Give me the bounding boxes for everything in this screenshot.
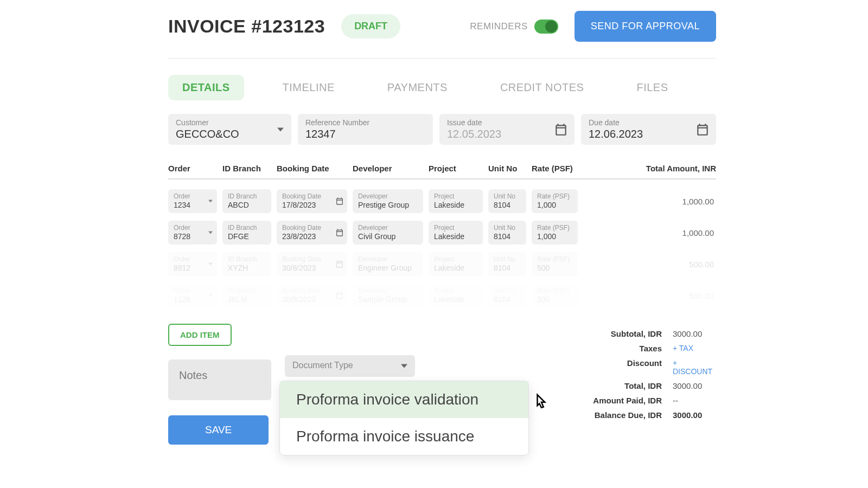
dropdown-option-validation[interactable]: Proforma invoice validation: [280, 381, 528, 418]
total-label: Total, IDR: [575, 381, 662, 390]
chevron-down-icon: [208, 200, 213, 203]
issue-date-input[interactable]: Issue date 12.05.2023: [439, 114, 575, 145]
row-total: 1,000.00: [583, 197, 716, 206]
developer-input[interactable]: DeveloperCivil Group: [353, 221, 423, 245]
calendar-icon: [554, 123, 568, 137]
balance-due-label: Balance Due, IDR: [575, 410, 662, 420]
due-date-input[interactable]: Due date 12.06.2023: [581, 114, 716, 145]
calendar-icon: [695, 123, 710, 137]
rate-input[interactable]: Rate (PSF)1,000: [532, 189, 578, 213]
reference-number-input[interactable]: Reference Number 12347: [298, 114, 433, 145]
chevron-down-icon: [208, 294, 213, 297]
cursor-pointer-icon: [531, 392, 552, 414]
chevron-down-icon: [277, 127, 284, 131]
order-select[interactable]: Order1234: [168, 189, 217, 213]
booking-date-input[interactable]: Booking Date30/8/2023: [277, 252, 347, 276]
rate-input[interactable]: Rate (PSF)500: [532, 252, 578, 276]
table-row: Order9912ID BranchXYZHBooking Date30/8/2…: [168, 252, 716, 276]
th-project: Project: [429, 164, 483, 173]
customer-select[interactable]: Customer GECCO&CO: [168, 114, 291, 145]
unit-input[interactable]: Unit No8104: [488, 221, 526, 245]
send-for-approval-button[interactable]: SEND FOR APPROVAL: [575, 11, 716, 42]
amount-paid-label: Amount Paid, IDR: [575, 396, 662, 405]
balance-due-value: 3000.00: [673, 410, 716, 420]
order-select[interactable]: Order8728: [168, 221, 217, 245]
tab-details[interactable]: DETAILS: [168, 75, 244, 100]
chevron-down-icon: [401, 364, 407, 368]
developer-input[interactable]: DeveloperSample Group: [353, 284, 423, 307]
total-value: 3000.00: [673, 381, 716, 390]
tab-files[interactable]: FILES: [622, 75, 682, 100]
summary-panel: Subtotal, IDR3000.00 Taxes+ TAX Discount…: [575, 324, 716, 445]
table-row: Order1234ID BranchABCDBooking Date17/8/2…: [168, 189, 716, 213]
unit-input[interactable]: Unit No8104: [488, 189, 526, 213]
document-type-dropdown: Proforma invoice validation Proforma inv…: [279, 381, 529, 455]
add-discount-link[interactable]: + DISCOUNT: [673, 358, 716, 376]
th-developer: Developer: [353, 164, 423, 173]
due-date-label: Due date: [589, 118, 709, 127]
booking-date-input[interactable]: Booking Date30/8/2023: [277, 284, 347, 307]
tab-bar: DETAILS TIMELINE PAYMENTS CREDIT NOTES F…: [168, 75, 716, 100]
chevron-down-icon: [208, 263, 213, 266]
reminders-label: REMINDERS: [470, 21, 528, 32]
rate-input[interactable]: Rate (PSF)500: [532, 284, 578, 307]
branch-input[interactable]: ID BranchDFGE: [222, 221, 271, 245]
project-input[interactable]: ProjectLakeside: [429, 189, 483, 213]
reference-value: 12347: [305, 128, 336, 140]
status-badge: DRAFT: [341, 14, 400, 38]
tab-credit-notes[interactable]: CREDIT NOTES: [486, 75, 598, 100]
doc-type-label: Document Type: [292, 361, 407, 370]
subtotal-label: Subtotal, IDR: [575, 329, 662, 338]
customer-label: Customer: [176, 118, 284, 127]
issue-date-value: 12.05.2023: [447, 128, 501, 140]
branch-input[interactable]: ID BranchABCD: [222, 189, 271, 213]
row-total: 500.00: [583, 291, 716, 300]
row-total: 1,000.00: [583, 228, 716, 237]
table-row: Order8728ID BranchDFGEBooking Date23/8/2…: [168, 221, 716, 245]
discount-label: Discount: [575, 358, 662, 376]
subtotal-value: 3000.00: [673, 329, 716, 338]
th-rate: Rate (PSF): [532, 164, 578, 173]
toggle-knob: [545, 21, 557, 33]
developer-input[interactable]: DeveloperPrestige Group: [353, 189, 423, 213]
project-input[interactable]: ProjectLakeside: [429, 252, 483, 276]
document-type-select[interactable]: Document Type: [285, 355, 415, 377]
amount-paid-value: --: [673, 396, 716, 405]
th-total: Total Amount, INR: [583, 164, 716, 173]
chevron-down-icon: [208, 232, 213, 234]
rate-input[interactable]: Rate (PSF)1,000: [532, 221, 578, 245]
branch-input[interactable]: ID BranchXYZH: [222, 252, 271, 276]
project-input[interactable]: ProjectLakeside: [429, 284, 483, 307]
unit-input[interactable]: Unit No8104: [488, 284, 526, 307]
order-select[interactable]: Order1126: [168, 284, 217, 307]
developer-input[interactable]: DeveloperEngineer Group: [353, 252, 423, 276]
due-date-value: 12.06.2023: [589, 128, 643, 140]
notes-textarea[interactable]: Notes: [168, 359, 271, 400]
th-order: Order: [168, 164, 217, 173]
save-button[interactable]: SAVE: [168, 415, 269, 445]
order-select[interactable]: Order9912: [168, 252, 217, 276]
add-item-button[interactable]: ADD ITEM: [168, 324, 232, 346]
customer-value: GECCO&CO: [176, 128, 239, 140]
project-input[interactable]: ProjectLakeside: [429, 221, 483, 245]
reference-label: Reference Number: [305, 118, 425, 127]
booking-date-input[interactable]: Booking Date17/8/2023: [277, 189, 347, 213]
tab-timeline[interactable]: TIMELINE: [269, 75, 349, 100]
invoice-title: INVOICE #123123: [168, 16, 325, 37]
add-tax-link[interactable]: + TAX: [673, 344, 716, 353]
issue-date-label: Issue date: [447, 118, 567, 127]
reminders-toggle[interactable]: [534, 20, 558, 34]
booking-date-input[interactable]: Booking Date23/8/2023: [277, 221, 347, 245]
tab-payments[interactable]: PAYMENTS: [373, 75, 462, 100]
reminders-toggle-group: REMINDERS: [470, 20, 558, 34]
branch-input[interactable]: ID BranchJKLM: [222, 284, 271, 307]
th-unit: Unit No: [488, 164, 526, 173]
taxes-label: Taxes: [575, 344, 662, 353]
table-row: Order1126ID BranchJKLMBooking Date30/8/2…: [168, 284, 716, 307]
page-header: INVOICE #123123 DRAFT REMINDERS SEND FOR…: [168, 11, 716, 59]
dropdown-option-issuance[interactable]: Proforma invoice issuance: [280, 418, 528, 455]
unit-input[interactable]: Unit No8104: [488, 252, 526, 276]
th-booking: Booking Date: [277, 164, 347, 173]
row-total: 500.00: [583, 260, 716, 269]
th-branch: ID Branch: [222, 164, 271, 173]
